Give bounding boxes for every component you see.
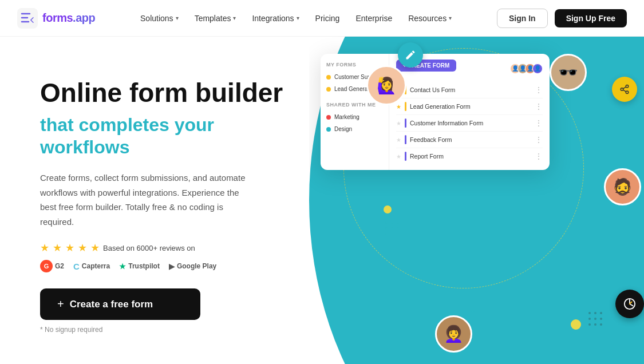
svg-point-11 xyxy=(594,312,596,314)
star-4: ★ xyxy=(78,242,87,254)
person-avatar-4: 👩‍🦱 xyxy=(435,315,472,353)
person-avatar-1: 🙋‍♀️ xyxy=(366,65,406,105)
form-item-left: ★ Feedback Form xyxy=(396,135,452,144)
sidebar-dot-icon xyxy=(326,115,331,120)
hero-title: Online form builder xyxy=(40,78,286,108)
g2-badge: G xyxy=(40,260,53,272)
nav-solutions[interactable]: Solutions ▾ xyxy=(133,9,185,27)
svg-point-18 xyxy=(600,323,602,326)
more-options-icon[interactable]: ⋮ xyxy=(535,118,543,128)
person-face-1: 🙋‍♀️ xyxy=(368,67,405,104)
signup-button[interactable]: Sign Up Free xyxy=(555,9,627,27)
person-face-3: 🧔 xyxy=(606,170,639,204)
chart-icon-float xyxy=(615,290,644,318)
sidebar-dot-icon xyxy=(326,75,331,80)
star-icon: ★ xyxy=(396,120,401,126)
share-icon-float xyxy=(612,77,637,102)
svg-line-23 xyxy=(623,87,626,89)
star-1: ★ xyxy=(40,242,49,254)
star-3: ★ xyxy=(65,242,74,254)
create-form-button[interactable]: + Create a free form xyxy=(40,288,200,320)
more-options-icon[interactable]: ⋮ xyxy=(535,102,543,111)
star-icon: ★ xyxy=(396,153,401,160)
svg-point-8 xyxy=(391,233,393,235)
nav-templates[interactable]: Templates ▾ xyxy=(188,9,243,27)
person-avatar-3: 🧔 xyxy=(604,168,641,205)
form-list-item-2[interactable]: ★ Lead Generation Form ⋮ xyxy=(396,98,543,115)
header-actions: Sign In Sign Up Free xyxy=(497,9,627,28)
form-list-item-4[interactable]: ★ Feedback Form ⋮ xyxy=(396,132,543,148)
svg-point-5 xyxy=(391,227,393,230)
svg-point-17 xyxy=(594,323,596,326)
svg-point-9 xyxy=(397,233,399,235)
star-rating: ★ ★ ★ ★ ★ Based on 6000+ reviews on xyxy=(40,242,286,254)
nav-resources[interactable]: Resources ▾ xyxy=(401,9,459,27)
googleplay-logo: ▶ Google Play xyxy=(169,262,216,271)
form-card: MY FORMS Customer Support Lead Generatio… xyxy=(321,54,550,170)
more-options-icon[interactable]: ⋮ xyxy=(535,135,543,144)
star-icon: ★ xyxy=(396,137,401,143)
review-logos: G G2 C Capterra ★ Trustpilot ▶ Google Pl… xyxy=(40,260,286,272)
svg-point-14 xyxy=(594,318,596,320)
form-list-item-3[interactable]: ★ Customer Information Form ⋮ xyxy=(396,115,543,132)
nav-integrations[interactable]: Integrations ▾ xyxy=(245,9,306,27)
dot-yellow-accent-2 xyxy=(571,319,581,330)
svg-point-10 xyxy=(588,312,591,314)
sidebar-dot-icon xyxy=(326,127,331,132)
signin-button[interactable]: Sign In xyxy=(497,9,548,28)
capterra-logo: C Capterra xyxy=(73,262,110,271)
svg-point-2 xyxy=(391,221,393,224)
more-options-icon[interactable]: ⋮ xyxy=(535,85,543,94)
dot-grid-decoration-2 xyxy=(587,310,610,335)
chevron-down-icon: ▾ xyxy=(297,15,299,21)
chevron-down-icon: ▾ xyxy=(233,15,236,21)
nav-pricing[interactable]: Pricing xyxy=(309,9,347,27)
dot-yellow-accent xyxy=(384,205,392,213)
dot-teal-accent xyxy=(469,311,476,318)
form-item-bar xyxy=(405,118,406,128)
person-face-4: 👩‍🦱 xyxy=(437,317,471,351)
header: forms.app Solutions ▾ Templates ▾ Integr… xyxy=(0,0,644,37)
star-icon: ★ xyxy=(396,104,401,110)
sidebar-dot-icon xyxy=(326,87,331,92)
plus-icon: + xyxy=(57,298,64,311)
sidebar-item-marketing[interactable]: Marketing xyxy=(321,111,389,123)
form-item-bar xyxy=(405,102,406,111)
star-2: ★ xyxy=(53,242,62,254)
svg-point-16 xyxy=(588,323,591,326)
nav-enterprise[interactable]: Enterprise xyxy=(349,9,399,27)
svg-point-19 xyxy=(626,85,629,88)
hero-left: Online form builder that completes your … xyxy=(0,37,309,364)
svg-line-22 xyxy=(623,90,626,92)
collaborators-avatars: 👤 👤 👤 👤 xyxy=(510,64,543,74)
no-signup-note: * No signup required xyxy=(40,326,286,334)
trustpilot-star-icon: ★ xyxy=(119,262,126,271)
svg-point-20 xyxy=(621,88,623,91)
pencil-icon-float xyxy=(398,42,423,68)
chevron-down-icon: ▾ xyxy=(176,15,179,21)
g2-logo: G G2 xyxy=(40,260,64,272)
more-options-icon[interactable]: ⋮ xyxy=(535,152,543,161)
hero-right: 🙋‍♀️ 🕶️ 🧔 👩‍🦱 MY FORMS Customer Support xyxy=(309,37,644,364)
svg-point-4 xyxy=(385,227,388,230)
star-5: ★ xyxy=(90,242,100,254)
google-play-icon: ▶ xyxy=(169,262,175,271)
main-nav: Solutions ▾ Templates ▾ Integrations ▾ P… xyxy=(133,9,459,27)
form-item-left: ★ Customer Information Form xyxy=(396,118,483,128)
main-content: Online form builder that completes your … xyxy=(0,37,644,364)
trustpilot-logo: ★ Trustpilot xyxy=(119,262,160,271)
form-list-item-1[interactable]: ★ Contact Us Form ⋮ xyxy=(396,82,543,98)
form-item-left: ★ Report Form xyxy=(396,152,444,161)
person-face-2: 🕶️ xyxy=(551,56,585,89)
svg-point-15 xyxy=(600,318,602,320)
svg-point-12 xyxy=(600,312,602,314)
reviews-text: Based on 6000+ reviews on xyxy=(103,244,195,252)
form-list-item-5[interactable]: ★ Report Form ⋮ xyxy=(396,148,543,164)
chevron-down-icon: ▾ xyxy=(449,15,452,21)
logo[interactable]: forms.app xyxy=(17,8,95,29)
svg-point-13 xyxy=(588,318,591,320)
form-card-main: + CREATE FORM 👤 👤 👤 👤 ★ xyxy=(389,54,550,170)
svg-point-3 xyxy=(397,221,399,224)
sidebar-item-design[interactable]: Design xyxy=(321,123,389,135)
svg-point-21 xyxy=(626,91,629,94)
